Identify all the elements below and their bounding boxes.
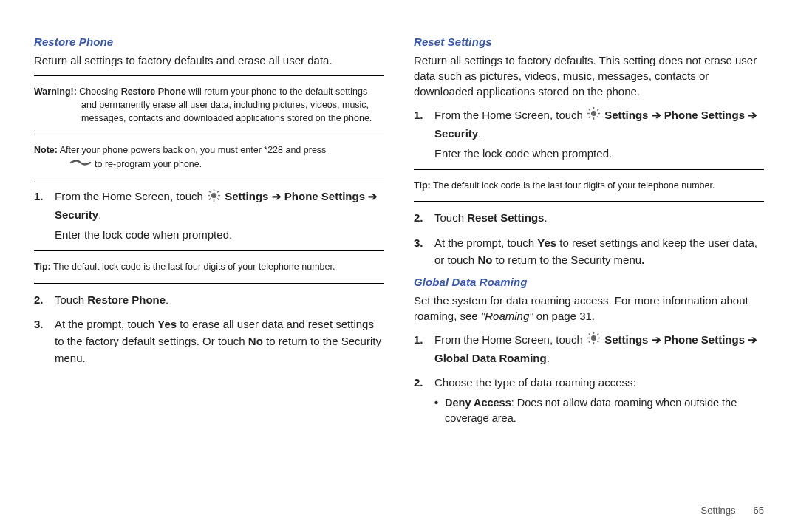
steps-restore-phone: 1. From the Home Screen, touch Settings … <box>34 188 384 243</box>
svg-rect-22 <box>598 338 600 338</box>
svg-rect-11 <box>593 118 594 120</box>
step-3-c: to return to the Security menu <box>492 253 641 266</box>
svg-rect-13 <box>598 113 600 114</box>
bullet-bold: Deny Access <box>445 397 511 409</box>
svg-rect-16 <box>588 116 590 118</box>
svg-rect-7 <box>208 198 211 200</box>
path-security: Security <box>55 208 98 221</box>
divider <box>414 201 764 202</box>
intro-global-data-roaming: Set the system for data roaming access. … <box>414 293 764 324</box>
step-2-lead: Touch <box>55 293 87 306</box>
heading-global-data-roaming: Global Data Roaming <box>414 276 764 288</box>
note-label: Note: <box>34 145 58 155</box>
path-security: Security <box>434 127 478 140</box>
path-settings: Settings <box>604 109 648 121</box>
step-1: 1. From the Home Screen, touch Settings … <box>430 106 764 162</box>
tip-box: Tip: The default lock code is the last f… <box>34 257 384 276</box>
svg-rect-2 <box>214 200 214 202</box>
step-1: 1. From the Home Screen, touch Settings … <box>50 188 384 243</box>
intro-restore-phone: Return all settings to factory defaults … <box>34 52 384 68</box>
divider <box>34 250 384 251</box>
step-2: 2. Touch Reset Settings. <box>430 209 764 226</box>
phone-send-icon <box>69 157 92 171</box>
svg-rect-19 <box>593 332 594 334</box>
step-3-a: At the prompt, touch <box>55 318 157 330</box>
svg-rect-6 <box>217 191 219 193</box>
step-1: 1. From the Home Screen, touch Settings … <box>430 331 764 366</box>
steps-restore-phone-cont: 2. Touch Restore Phone. 3. At the prompt… <box>34 291 384 367</box>
path-phone-settings: Phone Settings <box>664 333 745 346</box>
step-3-no: No <box>477 253 492 266</box>
svg-rect-15 <box>597 109 599 111</box>
step-2: 2. Touch Restore Phone. <box>50 291 384 308</box>
step-3-yes: Yes <box>157 318 177 330</box>
divider <box>414 169 764 170</box>
step-3-yes: Yes <box>537 236 556 249</box>
svg-rect-4 <box>218 194 220 195</box>
gdr-step-2: Choose the type of data roaming access: <box>434 376 636 389</box>
gdr-xref[interactable]: "Roaming" <box>481 310 533 322</box>
svg-rect-3 <box>208 194 210 195</box>
step-1-lead: From the Home Screen, touch <box>434 109 586 121</box>
heading-reset-settings: Reset Settings <box>414 35 764 48</box>
svg-rect-5 <box>208 191 211 193</box>
gdr-bullets: Deny Access: Does not allow data roaming… <box>434 395 764 426</box>
list-item: Deny Access: Does not allow data roaming… <box>445 395 764 426</box>
heading-restore-phone: Restore Phone <box>34 35 384 48</box>
step-3: 3. At the prompt, touch Yes to erase all… <box>50 316 384 367</box>
steps-gdr: 1. From the Home Screen, touch Settings … <box>414 331 764 426</box>
note-text-1: After your phone powers back on, you mus… <box>58 145 326 155</box>
warning-label: Warning!: <box>34 86 77 97</box>
path-settings: Settings <box>604 333 648 346</box>
gear-icon <box>587 107 600 124</box>
svg-rect-17 <box>597 116 599 118</box>
tip-label: Tip: <box>34 262 51 272</box>
gear-icon <box>587 332 600 349</box>
path-phone-settings: Phone Settings <box>284 190 365 202</box>
path-gdr: Global Data Roaming <box>434 352 547 364</box>
gdr-intro-b: on page 31. <box>533 310 595 322</box>
footer-page-number: 65 <box>754 505 764 516</box>
step-1-sub: Enter the lock code when prompted. <box>55 226 384 243</box>
step-3: 3. At the prompt, touch Yes to reset set… <box>430 234 764 269</box>
tip-text: The default lock code is the last four d… <box>431 180 715 191</box>
step-1-lead: From the Home Screen, touch <box>55 190 206 202</box>
svg-point-18 <box>591 335 596 341</box>
svg-rect-1 <box>214 189 214 191</box>
step-2-end: . <box>544 211 547 224</box>
divider <box>34 134 384 134</box>
warning-text-a: Choosing <box>77 86 121 97</box>
intro-reset-settings: Return all settings to factory defaults.… <box>414 52 764 99</box>
svg-rect-20 <box>593 343 594 345</box>
svg-rect-23 <box>588 333 590 335</box>
tip-text: The default lock code is the last four d… <box>51 262 335 272</box>
step-2: 2. Choose the type of data roaming acces… <box>430 374 764 426</box>
svg-rect-24 <box>597 333 599 335</box>
step-3-no: No <box>248 335 263 347</box>
warning-bold: Restore Phone <box>121 86 186 97</box>
left-column: Restore Phone Return all settings to fac… <box>34 31 384 482</box>
svg-rect-12 <box>587 113 590 114</box>
svg-rect-21 <box>587 338 590 338</box>
svg-point-9 <box>591 111 596 116</box>
step-1-lead: From the Home Screen, touch <box>434 333 586 346</box>
step-2-bold: Restore Phone <box>87 293 166 306</box>
gear-icon <box>208 189 220 206</box>
note-box: Note: After your phone powers back on, y… <box>34 140 384 174</box>
step-3-a: At the prompt, touch <box>434 236 537 249</box>
tip-label: Tip: <box>414 180 431 191</box>
divider <box>34 75 384 76</box>
step-2-end: . <box>166 293 168 306</box>
footer-section: Settings <box>701 505 736 516</box>
steps-reset-settings-cont: 2. Touch Reset Settings. 3. At the promp… <box>414 209 764 268</box>
svg-rect-10 <box>593 107 594 109</box>
path-settings: Settings <box>225 190 268 202</box>
right-column: Reset Settings Return all settings to fa… <box>414 31 764 482</box>
svg-point-0 <box>211 193 216 198</box>
step-2-lead: Touch <box>434 211 467 224</box>
divider <box>34 180 384 180</box>
steps-reset-settings: 1. From the Home Screen, touch Settings … <box>414 106 764 162</box>
svg-rect-26 <box>597 341 599 343</box>
note-text-2: to re-program your phone. <box>95 159 202 169</box>
divider <box>34 283 384 284</box>
